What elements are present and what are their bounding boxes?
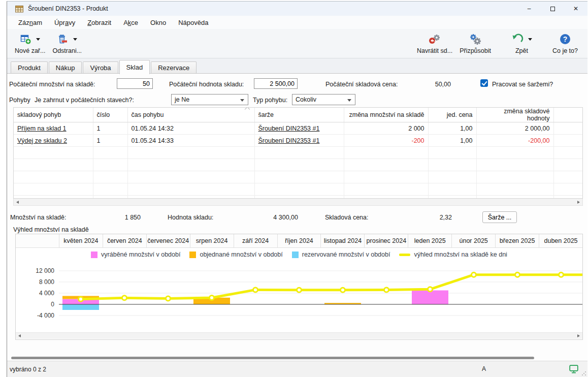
tabstrip: Produkt Nákup Výroba Sklad Rezervace bbox=[7, 58, 587, 74]
month-cell[interactable]: prosinec 2024 bbox=[364, 234, 408, 247]
tab-produkt[interactable]: Produkt bbox=[11, 61, 48, 74]
chart-month-header: květen 2024 červen 2024 červenec 2024 sr… bbox=[16, 234, 582, 248]
initial-price-label: Počáteční skladová cena: bbox=[325, 81, 398, 88]
col-zmena-mnozstvi[interactable]: změna množství na skladě bbox=[344, 108, 428, 122]
menu-napoveda[interactable]: Nápověda bbox=[172, 19, 214, 26]
col-cislo[interactable]: číslo bbox=[93, 108, 127, 122]
chart-legend: vyráběné množství v období objednané mno… bbox=[16, 248, 582, 261]
tab-rezervace[interactable]: Rezervace bbox=[151, 61, 197, 74]
tab-vyroba[interactable]: Výroba bbox=[83, 61, 118, 74]
month-cell[interactable]: říjen 2024 bbox=[277, 234, 321, 247]
month-cell[interactable]: duben 2025 bbox=[539, 234, 582, 247]
svg-text:8 000: 8 000 bbox=[39, 278, 54, 286]
initial-qty-input[interactable] bbox=[117, 78, 153, 89]
batches-checkbox[interactable] bbox=[480, 79, 488, 87]
table-header-row: skladový pohyb číslo čas pohybu šarže zm… bbox=[14, 108, 583, 122]
chevron-down-icon bbox=[240, 99, 244, 102]
tab-nakup[interactable]: Nákup bbox=[49, 61, 82, 74]
col-zmena-hodnoty[interactable]: změna skladové hodnoty bbox=[476, 108, 553, 122]
initial-value-label: Počáteční hodnota skladu: bbox=[169, 81, 244, 88]
tab-sklad[interactable]: Sklad bbox=[119, 60, 150, 74]
window-title: Šroubení DIN2353 - Produkt bbox=[28, 5, 108, 12]
svg-text:-4 000: -4 000 bbox=[37, 312, 54, 319]
menu-upravy[interactable]: Úpravy bbox=[48, 19, 81, 26]
titlebar: Šroubení DIN2353 - Produkt – ✕ bbox=[7, 2, 587, 16]
scroll-right-icon[interactable] bbox=[577, 201, 580, 204]
month-cell[interactable]: září 2024 bbox=[234, 234, 277, 247]
monitor-icon[interactable] bbox=[569, 365, 578, 373]
input-indicator: A bbox=[482, 365, 486, 372]
maximize-button[interactable] bbox=[541, 2, 564, 16]
month-cell[interactable]: červenec 2024 bbox=[146, 234, 190, 247]
customize-icon bbox=[469, 33, 482, 45]
svg-text:?: ? bbox=[563, 35, 568, 43]
svg-text:4 000: 4 000 bbox=[39, 290, 54, 297]
customize-button[interactable]: Přizpůsobit bbox=[456, 30, 495, 55]
window-horizontal-scrollbar[interactable] bbox=[11, 357, 534, 359]
new-record-icon bbox=[20, 34, 31, 45]
table-horizontal-scrollbar[interactable] bbox=[13, 199, 583, 206]
table-row[interactable]: Příjem na sklad 1 1 01.05.24 14:32 Šroub… bbox=[14, 122, 583, 135]
month-cell[interactable]: srpen 2024 bbox=[190, 234, 234, 247]
app-icon bbox=[15, 5, 23, 13]
delete-icon bbox=[57, 34, 69, 45]
new-record-button[interactable]: Nové zař... bbox=[11, 30, 49, 55]
menu-zobrazit[interactable]: Zobrazit bbox=[81, 19, 117, 26]
undo-button[interactable]: Zpět bbox=[508, 30, 536, 55]
month-cell[interactable]: listopad 2024 bbox=[320, 234, 364, 247]
scroll-right-icon[interactable] bbox=[577, 334, 580, 337]
outlook-title: Výhled množství na skladě bbox=[13, 226, 89, 233]
month-cell[interactable]: květen 2024 bbox=[59, 234, 103, 247]
movement-type-select[interactable]: Cokoliv bbox=[292, 94, 355, 105]
batch-link[interactable]: Šroubení DIN2353 #1 bbox=[258, 137, 320, 144]
month-cell[interactable]: únor 2025 bbox=[451, 234, 495, 247]
stock-price-value: 2,32 bbox=[401, 214, 452, 221]
outlook-chart: květen 2024 červen 2024 červenec 2024 sr… bbox=[15, 234, 583, 340]
col-skladovy-pohyb[interactable]: skladový pohyb bbox=[14, 108, 93, 122]
batches-button[interactable]: Šarže ... bbox=[482, 211, 517, 223]
movement-link[interactable]: Příjem na sklad 1 bbox=[17, 125, 67, 132]
legend-item: objednané množství v období bbox=[189, 251, 282, 258]
table-row-empty bbox=[14, 159, 583, 171]
month-cell[interactable]: červen 2024 bbox=[103, 234, 146, 247]
outlook-plot: 12 0008 0004 0000-4 000 bbox=[16, 261, 582, 332]
col-jed-cena[interactable]: jed. cena bbox=[428, 108, 476, 122]
stock-value-value: 4 300,00 bbox=[236, 214, 298, 221]
col-cas-pohybu[interactable]: čas pohybu bbox=[127, 108, 254, 122]
included-filter-select[interactable]: je Ne bbox=[171, 94, 248, 105]
menu-akce[interactable]: Akce bbox=[117, 19, 144, 26]
whats-this-button[interactable]: ? Co je to? bbox=[549, 30, 581, 55]
legend-swatch-rezervovane bbox=[292, 252, 299, 258]
initial-qty-label: Počáteční množství na skladě: bbox=[9, 81, 95, 88]
delete-dropdown[interactable] bbox=[73, 38, 77, 41]
new-record-dropdown[interactable] bbox=[36, 38, 40, 41]
scroll-left-icon[interactable] bbox=[16, 201, 19, 204]
undo-dropdown[interactable] bbox=[528, 38, 532, 41]
movements-table: skladový pohyb číslo čas pohybu šarže zm… bbox=[13, 107, 583, 199]
batch-link[interactable]: Šroubení DIN2353 #1 bbox=[258, 125, 320, 132]
menu-zaznam[interactable]: Záznam bbox=[12, 19, 48, 26]
movement-type-label: Typ pohybu: bbox=[253, 97, 287, 104]
delete-button[interactable]: Odstrani... bbox=[49, 30, 85, 55]
minimize-button[interactable]: – bbox=[517, 2, 541, 16]
menu-okno[interactable]: Okno bbox=[144, 19, 172, 26]
legend-item: vyráběné množství v období bbox=[91, 251, 180, 258]
initial-value-input[interactable] bbox=[254, 78, 298, 89]
scroll-left-icon[interactable] bbox=[18, 334, 21, 337]
col-sarze[interactable]: šarže bbox=[254, 108, 344, 122]
month-cell[interactable]: leden 2025 bbox=[408, 234, 451, 247]
table-row-empty bbox=[14, 147, 583, 159]
initial-price-value: 50,00 bbox=[398, 81, 451, 88]
stock-value-label: Hodnota skladu: bbox=[168, 214, 213, 221]
revert-shared-button[interactable]: Navrátit sd... bbox=[413, 30, 456, 55]
stock-qty-label: Množství na skladě: bbox=[10, 214, 66, 221]
movement-link[interactable]: Výdej ze skladu 2 bbox=[17, 137, 67, 144]
chart-horizontal-scrollbar[interactable] bbox=[16, 332, 582, 339]
undo-icon bbox=[511, 34, 524, 45]
svg-text:0: 0 bbox=[51, 301, 54, 308]
month-cell[interactable]: březen 2025 bbox=[495, 234, 539, 247]
table-row[interactable]: Výdej ze skladu 2 1 01.05.24 14:33 Šroub… bbox=[14, 135, 583, 147]
resize-grip[interactable] bbox=[581, 371, 586, 376]
movements-label: Pohyby bbox=[9, 97, 30, 104]
close-button[interactable]: ✕ bbox=[564, 2, 587, 16]
